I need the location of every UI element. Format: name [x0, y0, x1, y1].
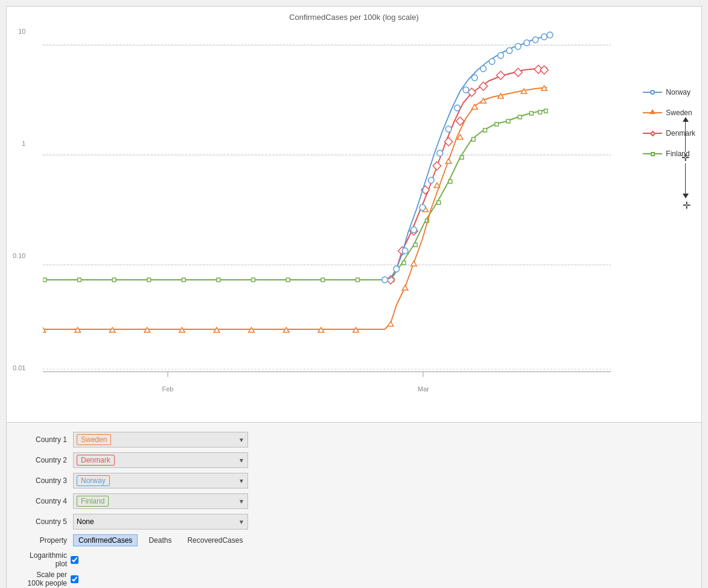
country5-row: Country 5 None ▼: [19, 514, 689, 530]
svg-point-68: [419, 204, 426, 210]
country5-select[interactable]: None ▼: [73, 514, 248, 530]
svg-rect-19: [448, 180, 452, 183]
svg-point-82: [541, 34, 547, 40]
controls-area: Country 1 Sweden ▼ Country 2 Denmark ▼ C…: [7, 423, 701, 588]
svg-point-79: [515, 43, 521, 49]
chart-title: ConfirmedCases per 100k (log scale): [7, 7, 701, 25]
svg-point-83: [547, 32, 553, 38]
chart-area: ConfirmedCases per 100k (log scale) 10 1…: [7, 7, 701, 423]
svg-rect-20: [460, 156, 464, 159]
country2-select[interactable]: Denmark ▼: [73, 452, 248, 468]
main-container: ConfirmedCases per 100k (log scale) 10 1…: [6, 6, 702, 588]
svg-point-64: [382, 277, 388, 283]
svg-marker-55: [433, 162, 441, 170]
svg-marker-56: [444, 138, 452, 146]
country5-value: None: [77, 517, 94, 526]
svg-marker-60: [497, 71, 505, 80]
country1-select[interactable]: Sweden ▼: [73, 432, 248, 447]
svg-point-77: [498, 52, 504, 58]
svg-rect-6: [112, 278, 116, 282]
svg-rect-12: [321, 278, 325, 282]
move-cursor-icon[interactable]: ✛: [683, 200, 690, 211]
country3-badge: Norway: [77, 475, 110, 486]
svg-point-75: [480, 66, 486, 72]
scale-row: Scale per 100k people: [19, 571, 689, 587]
svg-point-70: [437, 150, 443, 156]
property-recovered-button[interactable]: RecoveredCases: [182, 535, 247, 546]
country3-arrow-icon: ▼: [238, 478, 244, 484]
svg-point-80: [524, 40, 530, 46]
country1-row: Country 1 Sweden ▼: [19, 432, 689, 447]
svg-rect-16: [414, 243, 418, 247]
x-tick-mar: [423, 372, 424, 377]
legend-label-sweden: Sweden: [666, 109, 692, 117]
y-label-001: 0.01: [13, 364, 25, 371]
svg-point-81: [532, 37, 538, 43]
legend-label-norway: Norway: [666, 88, 690, 96]
svg-point-76: [489, 58, 495, 65]
scale-label: Scale per 100k people: [19, 571, 67, 587]
svg-rect-13: [356, 278, 360, 282]
svg-point-71: [445, 126, 451, 132]
country4-row: Country 4 Finland ▼: [19, 493, 689, 509]
country4-select[interactable]: Finland ▼: [73, 493, 248, 509]
chart-inner: 10 1 0.10 0.01: [43, 28, 611, 396]
country5-label: Country 5: [19, 517, 67, 526]
y-label-010: 0.10: [13, 252, 25, 259]
log-plot-checkbox[interactable]: [71, 556, 78, 564]
country4-badge: Finland: [77, 496, 109, 507]
chart-legend: Norway Sweden Denmark: [643, 88, 695, 158]
svg-rect-28: [544, 109, 548, 113]
chart-svg: [43, 28, 611, 371]
svg-rect-21: [472, 138, 476, 141]
country2-row: Country 2 Denmark ▼: [19, 452, 689, 468]
svg-rect-27: [538, 110, 542, 114]
svg-rect-22: [483, 128, 487, 132]
scale-checkbox[interactable]: [71, 575, 78, 583]
svg-rect-26: [530, 112, 534, 115]
svg-rect-11: [286, 278, 290, 282]
legend-label-denmark: Denmark: [666, 129, 695, 138]
svg-rect-10: [252, 278, 255, 282]
svg-marker-41: [411, 261, 417, 266]
country2-badge: Denmark: [77, 455, 115, 466]
country4-arrow-icon: ▼: [238, 498, 244, 505]
svg-point-74: [472, 75, 478, 81]
svg-point-65: [394, 266, 400, 272]
svg-rect-9: [217, 278, 220, 282]
country3-row: Country 3 Norway ▼: [19, 473, 689, 488]
svg-rect-15: [402, 261, 406, 265]
legend-item-norway: Norway: [643, 88, 695, 96]
country3-select[interactable]: Norway ▼: [73, 473, 248, 488]
x-label-feb: Feb: [162, 385, 174, 393]
svg-point-67: [411, 227, 417, 233]
svg-point-73: [463, 87, 469, 93]
legend-label-finland: Finland: [666, 150, 689, 158]
country5-arrow-icon: ▼: [238, 519, 244, 525]
svg-rect-4: [43, 278, 46, 282]
svg-rect-8: [182, 278, 185, 282]
property-confirmed-button[interactable]: ConfirmedCases: [73, 534, 138, 546]
svg-point-72: [454, 105, 461, 111]
log-plot-label: Logarithmic plot: [19, 551, 67, 568]
country4-label: Country 4: [19, 497, 67, 505]
svg-point-78: [506, 48, 512, 54]
svg-marker-61: [514, 68, 522, 77]
svg-marker-39: [387, 321, 394, 326]
x-tick-feb: [168, 372, 168, 377]
property-row: Property ConfirmedCases Deaths Recovered…: [19, 534, 689, 546]
country1-arrow-icon: ▼: [238, 437, 244, 443]
country1-label: Country 1: [19, 435, 67, 444]
x-axis: Feb Mar: [43, 371, 611, 396]
property-deaths-button[interactable]: Deaths: [144, 535, 176, 546]
property-label: Property: [19, 536, 67, 545]
svg-rect-24: [506, 119, 510, 123]
svg-marker-44: [445, 159, 451, 163]
y-axis: 10 1 0.10 0.01: [13, 28, 28, 371]
country2-arrow-icon: ▼: [238, 457, 244, 464]
country2-label: Country 2: [19, 456, 67, 464]
svg-rect-18: [437, 201, 441, 204]
svg-rect-7: [147, 278, 151, 282]
svg-marker-40: [402, 285, 408, 290]
svg-point-66: [402, 248, 408, 254]
